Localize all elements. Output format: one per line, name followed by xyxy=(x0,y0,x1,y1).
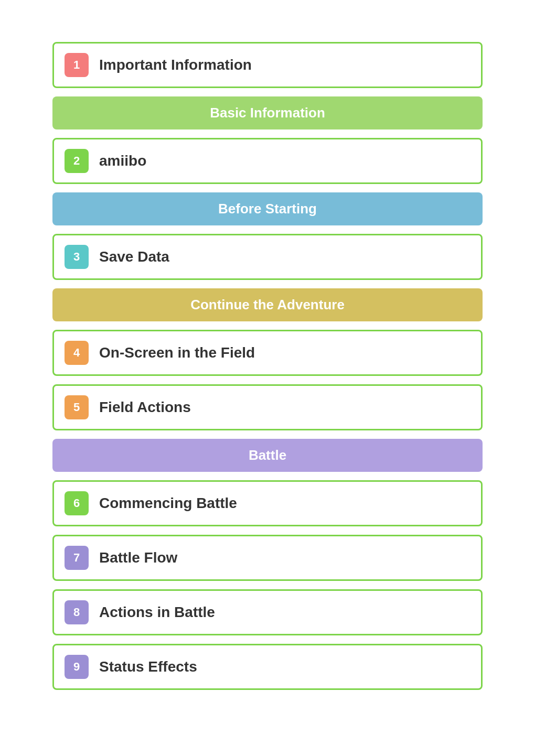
number-badge-7: 7 xyxy=(65,546,89,570)
item-label-9: Status Effects xyxy=(99,658,197,675)
menu-item-3[interactable]: 3Save Data xyxy=(52,234,483,280)
section-header-8: Battle xyxy=(52,439,483,472)
menu-item-8[interactable]: 8Actions in Battle xyxy=(52,589,483,635)
number-badge-3: 3 xyxy=(65,245,89,269)
item-label-1: Important Information xyxy=(99,57,252,73)
item-label-3: Save Data xyxy=(99,249,169,265)
section-header-3: Before Starting xyxy=(52,192,483,225)
menu-list: 1Important InformationBasic Information2… xyxy=(52,42,483,698)
number-badge-2: 2 xyxy=(65,149,89,173)
item-label-7: Battle Flow xyxy=(99,549,177,566)
number-badge-5: 5 xyxy=(65,395,89,419)
menu-item-9[interactable]: 9Status Effects xyxy=(52,644,483,690)
section-header-1: Basic Information xyxy=(52,96,483,129)
item-label-8: Actions in Battle xyxy=(99,604,215,621)
number-badge-4: 4 xyxy=(65,341,89,365)
number-badge-8: 8 xyxy=(65,600,89,624)
number-badge-1: 1 xyxy=(65,53,89,77)
number-badge-6: 6 xyxy=(65,491,89,515)
menu-item-1[interactable]: 1Important Information xyxy=(52,42,483,88)
number-badge-9: 9 xyxy=(65,655,89,679)
item-label-4: On-Screen in the Field xyxy=(99,344,255,361)
item-label-6: Commencing Battle xyxy=(99,495,237,512)
menu-item-2[interactable]: 2amiibo xyxy=(52,138,483,184)
menu-item-5[interactable]: 5Field Actions xyxy=(52,384,483,430)
menu-item-4[interactable]: 4On-Screen in the Field xyxy=(52,330,483,376)
menu-item-7[interactable]: 7Battle Flow xyxy=(52,535,483,581)
item-label-2: amiibo xyxy=(99,153,146,169)
item-label-5: Field Actions xyxy=(99,399,191,416)
section-header-5: Continue the Adventure xyxy=(52,288,483,321)
menu-item-6[interactable]: 6Commencing Battle xyxy=(52,480,483,526)
